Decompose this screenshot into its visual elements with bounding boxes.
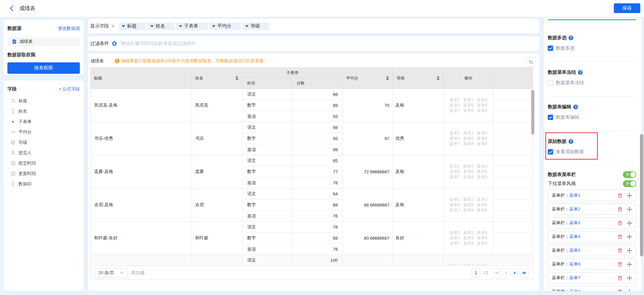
move-icon[interactable] <box>627 289 632 291</box>
menubar-item[interactable]: 菜单栏：菜单2 <box>547 203 636 215</box>
field-item[interactable]: 等级 <box>7 137 80 148</box>
prev-page-button[interactable] <box>501 268 510 278</box>
next-page-button[interactable] <box>511 268 519 278</box>
report-permission-button[interactable]: 报表权限 <box>7 62 80 74</box>
checkbox-checked[interactable] <box>548 46 553 51</box>
first-page-button[interactable] <box>492 268 500 278</box>
menubar-item-link[interactable]: 菜单4 <box>569 234 580 240</box>
trash-icon[interactable] <box>618 221 623 226</box>
menubar-item[interactable]: 菜单栏：菜单5 <box>547 245 636 256</box>
sort-arrows-icon[interactable] <box>235 76 238 81</box>
operation-menu-link[interactable]: 菜单5 <box>463 136 474 141</box>
field-item[interactable]: 提交人 <box>7 148 80 158</box>
operation-menu-link[interactable]: 菜单7 <box>449 141 460 147</box>
menubar-item[interactable]: 菜单栏：菜单7 <box>547 272 636 284</box>
field-item[interactable]: 子表单 <box>7 116 80 127</box>
operation-menu-link[interactable]: 菜单6 <box>477 103 487 108</box>
operation-menu-link[interactable]: 菜单4 <box>449 103 460 108</box>
menubar-item[interactable]: 菜单栏：菜单6 <box>547 258 636 270</box>
operation-menu-link[interactable]: 菜单1 <box>449 130 460 136</box>
operation-menu-link[interactable]: 菜单2 <box>463 263 474 266</box>
sort-arrows-icon[interactable] <box>436 76 440 81</box>
menubar-item-link[interactable]: 菜单7 <box>569 275 580 281</box>
operation-menu-link[interactable]: 菜单3 <box>477 97 487 103</box>
menubar-item[interactable]: 菜单栏：菜单3 <box>547 217 636 229</box>
column-header-title[interactable]: 标题 <box>91 68 192 88</box>
operation-menu-link[interactable]: 菜单2 <box>463 130 474 136</box>
operation-menu-link[interactable]: 菜单3 <box>477 130 487 136</box>
operation-menu-link[interactable]: 菜单6 <box>477 136 487 141</box>
menubar-item-link[interactable]: 菜单2 <box>569 206 580 212</box>
operation-menu-link[interactable]: 菜单8 <box>463 208 474 213</box>
operation-menu-link[interactable]: 菜单7 <box>449 241 460 246</box>
panel-scrollbar[interactable] <box>640 134 643 256</box>
operation-menu-link[interactable]: 菜单4 <box>449 169 460 175</box>
move-icon[interactable] <box>627 207 632 212</box>
column-header-name[interactable]: 姓名 <box>192 68 243 88</box>
gear-icon[interactable] <box>112 41 117 46</box>
move-icon[interactable] <box>627 262 632 267</box>
operation-menu-link[interactable]: 菜单4 <box>449 136 460 141</box>
operation-menu-link[interactable]: 菜单7 <box>449 208 460 213</box>
trash-icon[interactable] <box>618 262 623 267</box>
trash-icon[interactable] <box>618 276 623 281</box>
field-item[interactable]: 提交时间 <box>7 158 80 168</box>
operation-menu-link[interactable]: 菜单8 <box>463 108 474 114</box>
operation-menu-link[interactable]: 菜单1 <box>449 164 460 169</box>
operation-menu-link[interactable]: 菜单6 <box>477 235 487 241</box>
row-sort-button[interactable] <box>526 57 536 67</box>
question-icon[interactable]: ? <box>573 105 578 109</box>
table-scrollbar[interactable] <box>531 90 534 134</box>
operation-menu-link[interactable]: 菜单4 <box>449 235 460 241</box>
change-datasource-link[interactable]: 更改数据源 <box>58 25 80 32</box>
operation-menu-link[interactable]: 菜单9 <box>477 241 487 246</box>
operation-menu-link[interactable]: 菜单5 <box>463 103 474 108</box>
operation-menu-link[interactable]: 菜单4 <box>449 202 460 208</box>
field-item[interactable]: 数据ID <box>7 179 80 189</box>
operation-menu-link[interactable]: 菜单9 <box>477 141 487 147</box>
trash-icon[interactable] <box>618 248 623 253</box>
display-field-chip[interactable]: 等级 <box>242 22 269 30</box>
display-field-chip[interactable]: 标题 <box>119 22 146 30</box>
column-header-subform-label[interactable]: 子表单 <box>243 68 342 78</box>
question-icon[interactable]: ? <box>578 70 583 75</box>
checkbox-checked[interactable] <box>548 115 553 120</box>
table-row[interactable]: 凯尼吴-及格凯尼吴语文66数学89英语5570及格菜单1菜单2菜单3菜单4菜单5… <box>91 89 533 122</box>
menubar-item-link[interactable]: 菜单6 <box>569 261 580 267</box>
operation-menu-link[interactable]: 菜单5 <box>463 169 474 175</box>
column-header-operations[interactable]: 操作 <box>444 68 493 88</box>
menubar-item-link[interactable]: 菜单8 <box>569 289 580 291</box>
move-icon[interactable] <box>627 234 632 239</box>
operation-menu-link[interactable]: 菜单1 <box>449 97 460 103</box>
column-header-subject[interactable]: 科目 <box>243 78 292 88</box>
operation-menu-link[interactable]: 菜单8 <box>463 241 474 246</box>
operation-menu-link[interactable]: 菜单3 <box>477 164 487 169</box>
operation-menu-link[interactable]: 菜单6 <box>477 202 487 208</box>
table-row[interactable]: 书乐-优秀书乐语文98数学95英语9897优秀菜单1菜单2菜单3菜单4菜单5菜单… <box>91 122 533 155</box>
operation-menu-link[interactable]: 菜单6 <box>477 169 487 175</box>
operation-menu-link[interactable]: 菜单8 <box>463 174 474 180</box>
operation-menu-link[interactable]: 菜单3 <box>477 197 487 202</box>
operation-menu-link[interactable]: 菜单1 <box>449 197 460 202</box>
question-icon[interactable]: ? <box>569 36 573 40</box>
field-item[interactable]: 123平均分 <box>7 127 80 137</box>
field-item[interactable]: 姓名 <box>7 106 80 116</box>
operation-menu-link[interactable]: 菜单2 <box>463 197 474 202</box>
move-icon[interactable] <box>627 193 632 198</box>
move-icon[interactable] <box>627 276 632 281</box>
table-row[interactable]: 吉尼-及格吉尼语文64数学66英语7668.66666667及格菜单1菜单2菜单… <box>91 188 533 222</box>
menubar-item[interactable]: 菜单栏：菜单4 <box>547 231 636 242</box>
operation-menu-link[interactable]: 菜单9 <box>477 208 487 213</box>
dropdown-style-toggle[interactable]: 开 <box>623 180 636 187</box>
table-row[interactable]: 和叶森-良好和叶森语文78数学88英语7680.66666667良好菜单1菜单2… <box>91 222 533 255</box>
operation-menu-link[interactable]: 菜单8 <box>463 141 474 147</box>
operation-menu-link[interactable]: 菜单2 <box>463 164 474 169</box>
add-display-field-button[interactable]: + <box>111 23 115 30</box>
operation-menu-link[interactable]: 菜单7 <box>449 174 460 180</box>
operation-menu-link[interactable]: 菜单2 <box>463 230 474 236</box>
trash-icon[interactable] <box>618 207 623 212</box>
display-field-chip[interactable]: 姓名 <box>147 22 174 30</box>
operation-menu-link[interactable]: 菜单1 <box>449 230 460 236</box>
menubar-item-link[interactable]: 菜单3 <box>569 220 580 226</box>
operation-menu-link[interactable]: 菜单7 <box>449 108 460 114</box>
